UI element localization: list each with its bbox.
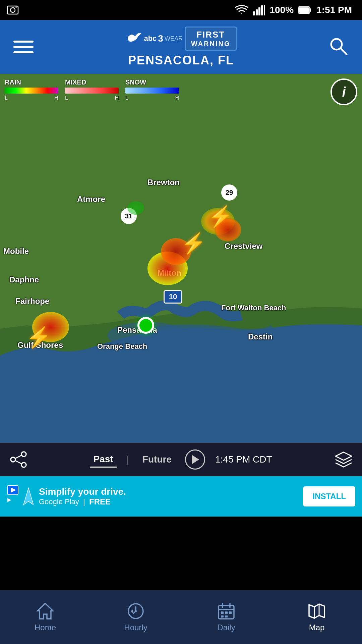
snow-lh: L H xyxy=(125,95,179,101)
legend-bar: RAIN L H MIXED L H SNOW L H xyxy=(5,78,357,101)
status-bar-right: 100% 1:51 PM xyxy=(235,5,352,15)
wifi-icon xyxy=(235,5,248,15)
status-bar: 100% 1:51 PM xyxy=(0,0,362,20)
svg-point-30 xyxy=(135,610,137,612)
home-icon xyxy=(36,602,54,620)
svg-line-19 xyxy=(15,461,22,464)
nav-home[interactable]: Home xyxy=(0,590,90,644)
mixed-lh: L H xyxy=(65,95,119,101)
map-icon xyxy=(308,602,326,620)
svg-rect-9 xyxy=(310,8,311,12)
svg-rect-10 xyxy=(299,7,309,13)
menu-button[interactable] xyxy=(13,41,34,53)
snow-label: SNOW xyxy=(125,78,179,86)
logo-container: abc 3 WEAR FIRST WARNING xyxy=(125,26,237,51)
layers-icon xyxy=(335,451,352,468)
play-button[interactable] xyxy=(185,449,205,470)
bottom-navigation: Home Hourly Daily xyxy=(0,590,362,644)
mixed-label: MIXED xyxy=(65,78,119,86)
info-icon: i xyxy=(342,85,346,100)
photo-icon xyxy=(7,4,19,16)
info-button[interactable]: i xyxy=(330,78,357,105)
svg-marker-40 xyxy=(309,604,324,618)
svg-rect-3 xyxy=(253,11,255,15)
lightning-1: ⚡ xyxy=(208,205,233,228)
free-text: FREE xyxy=(89,497,111,506)
daily-icon xyxy=(217,602,235,620)
logo-first-text: FIRST xyxy=(196,30,225,40)
nav-hourly[interactable]: Hourly xyxy=(90,590,181,644)
battery-percentage: 100% xyxy=(270,5,294,15)
status-bar-left xyxy=(7,4,19,16)
ad-icon-area: ▶ xyxy=(7,485,34,508)
timeline-controls: Past | Future 1:45 PM CDT xyxy=(37,449,325,470)
city-name: PENSACOLA, FL xyxy=(128,53,234,67)
hourly-label: Hourly xyxy=(124,623,147,632)
nav-map[interactable]: Map xyxy=(272,590,362,644)
map-label: Map xyxy=(309,623,325,632)
nav-daily[interactable]: Daily xyxy=(181,590,272,644)
rain-lh: L H xyxy=(5,95,58,101)
header-center: abc 3 WEAR FIRST WARNING PENSACOLA, FL xyxy=(125,26,237,67)
svg-point-1 xyxy=(10,8,15,12)
svg-point-17 xyxy=(11,457,15,462)
ad-logo-icon: ▶ xyxy=(7,485,34,508)
svg-point-15 xyxy=(21,452,26,457)
share-button[interactable] xyxy=(7,448,30,471)
svg-point-2 xyxy=(15,6,17,8)
svg-rect-37 xyxy=(229,611,232,614)
svg-line-12 xyxy=(341,48,347,54)
svg-point-16 xyxy=(21,463,26,467)
lightning-3: ⚡ xyxy=(26,325,51,349)
time-display: 1:51 PM xyxy=(316,5,352,15)
svg-marker-21 xyxy=(336,452,352,460)
svg-rect-6 xyxy=(261,5,263,15)
app-header: abc 3 WEAR FIRST WARNING PENSACOLA, FL xyxy=(0,20,362,74)
svg-line-18 xyxy=(15,455,22,459)
future-tab[interactable]: Future xyxy=(139,452,175,467)
svg-rect-39 xyxy=(225,615,228,618)
logo-warning-text: WARNING xyxy=(191,40,231,48)
google-play-text: Google Play xyxy=(39,497,79,506)
svg-text:▶: ▶ xyxy=(7,497,11,502)
menu-line-1 xyxy=(13,41,34,43)
timeline-bar: Past | Future 1:45 PM CDT xyxy=(0,443,362,476)
menu-line-2 xyxy=(13,46,34,48)
svg-rect-4 xyxy=(256,9,258,15)
ad-banner: ▶ Simplify your drive. Google Play | FRE… xyxy=(0,476,362,517)
highway-10: 10 xyxy=(164,290,182,304)
svg-marker-25 xyxy=(23,488,34,505)
first-warning-logo: FIRST WARNING xyxy=(185,26,237,51)
svg-rect-36 xyxy=(225,611,228,614)
play-icon xyxy=(190,454,200,465)
search-button[interactable] xyxy=(328,36,349,58)
radar-cell-6 xyxy=(127,201,144,215)
snow-gradient xyxy=(125,88,179,94)
snow-legend: SNOW L H xyxy=(125,78,179,101)
svg-rect-35 xyxy=(221,611,224,614)
highway-29: 29 xyxy=(221,184,237,201)
daily-label: Daily xyxy=(217,623,235,632)
layers-button[interactable] xyxy=(332,448,355,471)
install-button[interactable]: INSTALL xyxy=(303,486,355,506)
ad-text-area: Simplify your drive. Google Play | FREE xyxy=(39,486,298,506)
rain-legend: RAIN L H xyxy=(5,78,58,101)
search-icon xyxy=(328,36,349,56)
svg-marker-26 xyxy=(38,603,53,619)
timeline-time: 1:45 PM CDT xyxy=(215,454,272,465)
svg-marker-20 xyxy=(192,455,199,464)
location-marker xyxy=(137,317,154,334)
hourly-icon xyxy=(127,602,145,620)
past-tab[interactable]: Past xyxy=(90,452,116,468)
battery-icon xyxy=(298,6,312,14)
svg-rect-5 xyxy=(258,7,260,15)
radar-map[interactable]: RAIN L H MIXED L H SNOW L H i xyxy=(0,74,362,443)
lightning-2: ⚡ xyxy=(181,231,206,255)
svg-rect-38 xyxy=(221,615,224,618)
signal-icon xyxy=(253,5,265,15)
rain-gradient xyxy=(5,88,58,94)
bird-logo-icon xyxy=(125,30,142,47)
svg-rect-7 xyxy=(264,5,265,15)
ad-subtitle: Google Play | FREE xyxy=(39,497,298,506)
mixed-legend: MIXED L H xyxy=(65,78,119,101)
